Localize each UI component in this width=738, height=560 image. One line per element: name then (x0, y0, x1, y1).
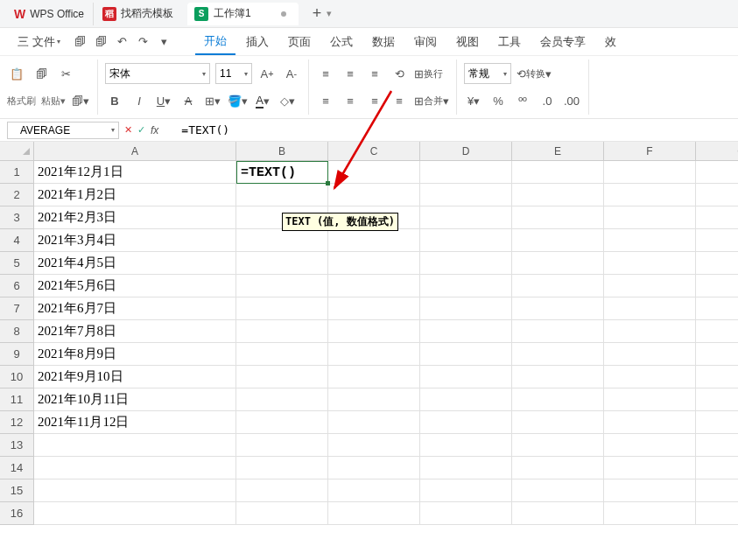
cell-D9[interactable] (420, 343, 512, 366)
cell-F4[interactable] (604, 229, 696, 252)
cell-E9[interactable] (512, 343, 604, 366)
paste-options-icon[interactable]: 🗐▾ (71, 91, 90, 110)
decrease-font-icon[interactable]: A- (282, 64, 301, 83)
new-tab-button[interactable]: + (313, 4, 322, 23)
col-header[interactable]: E (512, 142, 604, 161)
cell-D10[interactable] (420, 366, 512, 388)
cell-F1[interactable] (604, 161, 696, 184)
row-header[interactable]: 11 (0, 388, 34, 411)
cell-B9[interactable] (236, 343, 328, 366)
border-button[interactable]: ⊞▾ (203, 91, 222, 110)
menu-data[interactable]: 数据 (363, 28, 404, 55)
cell-D13[interactable] (420, 434, 512, 457)
cell-A1[interactable]: 2021年12月1日 (34, 161, 236, 184)
comma-icon[interactable]: ºº (513, 91, 532, 110)
cell-A16[interactable] (34, 502, 236, 525)
cell-D6[interactable] (420, 275, 512, 298)
cell-F7[interactable] (604, 298, 696, 320)
cell-G8[interactable] (696, 320, 738, 343)
cell-G12[interactable] (696, 411, 738, 434)
cell-G7[interactable] (696, 298, 738, 320)
app-tab-template[interactable]: 稻 找稻壳模板 (94, 3, 182, 25)
cell-F9[interactable] (604, 343, 696, 366)
fill-color-button[interactable]: 🪣▾ (228, 91, 248, 110)
doc-tab-workbook[interactable]: S 工作簿1 (187, 3, 299, 25)
menu-file[interactable]: 三 文件 (9, 28, 69, 55)
cell-F6[interactable] (604, 275, 696, 298)
cell-F2[interactable] (604, 184, 696, 206)
row-header[interactable]: 10 (0, 366, 34, 388)
cell-A6[interactable]: 2021年5月6日 (34, 275, 236, 298)
cell-E14[interactable] (512, 457, 604, 480)
copy-icon[interactable]: 🗐 (32, 64, 51, 83)
format-painter-icon[interactable]: 📋 (7, 64, 26, 83)
select-all-corner[interactable] (0, 142, 34, 161)
cell-B8[interactable] (236, 320, 328, 343)
underline-button[interactable]: U▾ (154, 91, 173, 110)
orientation-icon[interactable]: ⟲ (390, 64, 409, 83)
cell-C11[interactable] (328, 388, 420, 411)
cell-C14[interactable] (328, 457, 420, 480)
cell-E15[interactable] (512, 480, 604, 502)
fx-icon[interactable]: fx (151, 124, 158, 136)
cell-G1[interactable] (696, 161, 738, 184)
cell-C15[interactable] (328, 480, 420, 502)
size-select[interactable]: 11▾ (215, 63, 252, 84)
menu-view[interactable]: 视图 (447, 28, 488, 55)
cell-F16[interactable] (604, 502, 696, 525)
cell-G5[interactable] (696, 252, 738, 275)
cell-E10[interactable] (512, 366, 604, 388)
menu-insert[interactable]: 插入 (237, 28, 278, 55)
italic-button[interactable]: I (130, 91, 149, 110)
currency-icon[interactable]: ¥▾ (464, 91, 483, 110)
cell-C2[interactable] (328, 184, 420, 206)
row-header[interactable]: 9 (0, 343, 34, 366)
menu-review[interactable]: 审阅 (405, 28, 446, 55)
cell-A15[interactable] (34, 480, 236, 502)
strikethrough-button[interactable]: A (179, 91, 198, 110)
align-center-icon[interactable]: ≡ (341, 91, 360, 110)
cell-F15[interactable] (604, 480, 696, 502)
cell-B11[interactable] (236, 388, 328, 411)
row-header[interactable]: 14 (0, 457, 34, 480)
row-header[interactable]: 1 (0, 161, 34, 184)
cell-A11[interactable]: 2021年10月11日 (34, 388, 236, 411)
cell-E13[interactable] (512, 434, 604, 457)
increase-decimal-icon[interactable]: .00 (562, 91, 581, 110)
cell-A3[interactable]: 2021年2月3日 (34, 206, 236, 229)
cell-F12[interactable] (604, 411, 696, 434)
cell-D4[interactable] (420, 229, 512, 252)
cell-D2[interactable] (420, 184, 512, 206)
cell-F13[interactable] (604, 434, 696, 457)
quick-undo-icon[interactable]: ↶ (113, 32, 132, 52)
cell-B7[interactable] (236, 298, 328, 320)
menu-formula[interactable]: 公式 (321, 28, 362, 55)
number-format-select[interactable]: 常规▾ (464, 63, 511, 84)
cell-E16[interactable] (512, 502, 604, 525)
cell-F10[interactable] (604, 366, 696, 388)
cell-F14[interactable] (604, 457, 696, 480)
cell-D16[interactable] (420, 502, 512, 525)
cell-G10[interactable] (696, 366, 738, 388)
cell-E12[interactable] (512, 411, 604, 434)
cell-C12[interactable] (328, 411, 420, 434)
cell-A7[interactable]: 2021年6月7日 (34, 298, 236, 320)
cell-G15[interactable] (696, 480, 738, 502)
row-header[interactable]: 8 (0, 320, 34, 343)
cell-G9[interactable] (696, 343, 738, 366)
bold-button[interactable]: B (105, 91, 124, 110)
row-header[interactable]: 4 (0, 229, 34, 252)
cell-C8[interactable] (328, 320, 420, 343)
cell-G6[interactable] (696, 275, 738, 298)
cell-A9[interactable]: 2021年8月9日 (34, 343, 236, 366)
decrease-decimal-icon[interactable]: .0 (538, 91, 557, 110)
align-top-icon[interactable]: ≡ (316, 64, 335, 83)
font-color-button[interactable]: A▾ (253, 91, 272, 110)
cell-A13[interactable] (34, 434, 236, 457)
cell-B6[interactable] (236, 275, 328, 298)
cell-B4[interactable] (236, 229, 328, 252)
cell-D11[interactable] (420, 388, 512, 411)
cell-D1[interactable] (420, 161, 512, 184)
cell-F11[interactable] (604, 388, 696, 411)
tab-menu-button[interactable]: ▾ (327, 8, 332, 19)
